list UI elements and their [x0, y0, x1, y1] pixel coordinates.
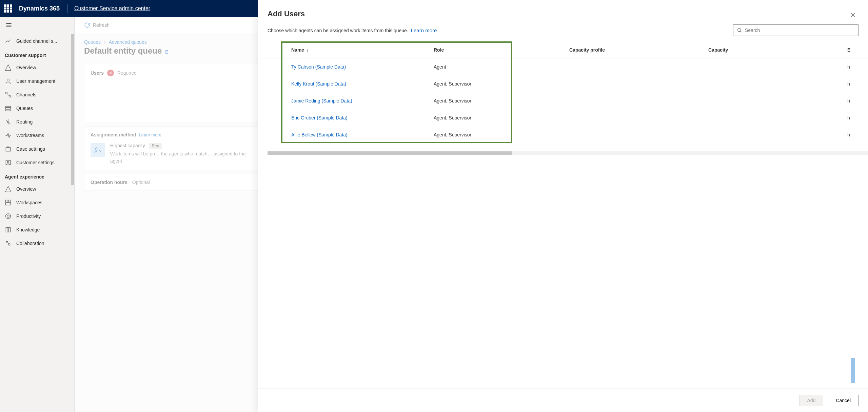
row-name[interactable]: Kelly Krout (Sample Data): [291, 81, 434, 87]
left-nav: Guided channel s... Customer support Ove…: [0, 17, 75, 412]
col-extra[interactable]: E: [847, 47, 868, 53]
sidebar-item-label: Productivity: [16, 213, 41, 219]
collaboration-icon: [5, 240, 12, 247]
sidebar-item-label: Overview: [16, 186, 36, 192]
assignment-option-icon: [91, 143, 105, 157]
sidebar-item-case-settings[interactable]: Case settings: [0, 142, 74, 156]
table-row[interactable]: Kelly Krout (Sample Data)Agent, Supervis…: [258, 75, 868, 92]
sidebar-item-label: Customer settings: [16, 160, 55, 165]
app-launcher-icon[interactable]: [4, 4, 12, 13]
svg-point-31: [738, 29, 741, 32]
row-extra: h: [847, 132, 868, 137]
sort-down-icon: ↓: [306, 48, 308, 53]
knowledge-icon: [5, 226, 12, 233]
close-icon[interactable]: [848, 10, 859, 20]
table-row[interactable]: Allie Bellew (Sample Data)Agent, Supervi…: [258, 126, 868, 143]
sidebar-item-customer-settings[interactable]: Customer settings: [0, 156, 74, 169]
sidebar-item-queues[interactable]: Queues: [0, 101, 74, 115]
sidebar-item-guided[interactable]: Guided channel s...: [0, 34, 74, 48]
sidebar-item-routing[interactable]: Routing: [0, 115, 74, 129]
svg-point-18: [7, 161, 9, 163]
operation-title: Operation hours: [91, 180, 127, 185]
svg-point-4: [7, 79, 9, 81]
sidebar-item-productivity[interactable]: Productivity: [0, 209, 74, 223]
hamburger-icon[interactable]: [0, 17, 74, 34]
search-icon: [737, 27, 742, 33]
edit-link[interactable]: E: [165, 49, 168, 55]
svg-rect-8: [6, 106, 11, 107]
assignment-title: Assignment method: [91, 132, 136, 137]
add-users-panel: Add Users Choose which agents can be ass…: [258, 0, 868, 412]
nav-scrollbar[interactable]: [71, 34, 74, 412]
required-icon: ✕: [107, 70, 114, 76]
search-field[interactable]: [733, 24, 859, 36]
nav-section-customer-support: Customer support: [0, 48, 74, 61]
row-name[interactable]: Allie Bellew (Sample Data): [291, 132, 434, 137]
sidebar-item-label: Guided channel s...: [16, 38, 57, 44]
col-capacity[interactable]: Capacity: [708, 47, 847, 53]
row-name[interactable]: Eric Gruber (Sample Data): [291, 115, 434, 120]
svg-marker-19: [5, 186, 11, 192]
sidebar-item-user-management[interactable]: User management: [0, 74, 74, 88]
sidebar-item-collaboration[interactable]: Collaboration: [0, 237, 74, 250]
divider: [67, 4, 67, 13]
scroll-indicator: [851, 358, 855, 383]
workstreams-icon: [5, 132, 12, 139]
row-role: Agent, Supervisor: [434, 132, 569, 137]
svg-rect-10: [6, 110, 11, 111]
sidebar-item-label: Workspaces: [16, 200, 42, 205]
svg-rect-21: [8, 200, 11, 203]
row-role: Agent: [434, 64, 569, 70]
table-row[interactable]: Jamie Reding (Sample Data)Agent, Supervi…: [258, 92, 868, 109]
page-title: Default entity queue: [84, 46, 162, 56]
svg-point-28: [95, 148, 98, 150]
sidebar-item-label: User management: [16, 78, 55, 84]
col-role[interactable]: Role: [434, 47, 569, 53]
panel-title: Add Users: [268, 10, 305, 18]
svg-point-23: [6, 214, 11, 219]
svg-marker-3: [5, 65, 11, 71]
sidebar-item-overview[interactable]: Overview: [0, 61, 74, 74]
refresh-label: Refresh: [93, 22, 110, 28]
customer-icon: [5, 159, 12, 166]
sidebar-item-channels[interactable]: Channels: [0, 88, 74, 101]
table-row[interactable]: Eric Gruber (Sample Data)Agent, Supervis…: [258, 109, 868, 126]
sidebar-item-knowledge[interactable]: Knowledge: [0, 223, 74, 237]
row-role: Agent, Supervisor: [434, 115, 569, 120]
workspaces-icon: [5, 199, 12, 206]
col-capacity-profile[interactable]: Capacity profile: [569, 47, 708, 53]
sidebar-item-workspaces[interactable]: Workspaces: [0, 196, 74, 209]
svg-point-11: [7, 121, 9, 123]
assignment-option-title: Highest capacity: [110, 143, 145, 148]
assignment-learn-more[interactable]: Learn more: [139, 132, 161, 137]
chart-icon: [5, 38, 12, 44]
panel-learn-more[interactable]: Learn more: [411, 27, 437, 33]
search-input[interactable]: [745, 27, 855, 33]
breadcrumb-advanced-queues[interactable]: Advanced queues: [109, 39, 147, 45]
refresh-button[interactable]: Refresh: [84, 22, 110, 28]
svg-line-15: [9, 123, 11, 124]
row-role: Agent, Supervisor: [434, 98, 569, 104]
row-extra: h: [847, 115, 868, 120]
row-name[interactable]: Jamie Reding (Sample Data): [291, 98, 434, 104]
panel-subtitle: Choose which agents can be assigned work…: [268, 28, 408, 33]
cancel-button[interactable]: Cancel: [828, 395, 859, 406]
row-name[interactable]: Ty Calrson (Sample Data): [291, 64, 434, 70]
breadcrumb-queues[interactable]: Queues: [84, 39, 101, 45]
case-icon: [5, 146, 12, 152]
sidebar-item-label: Case settings: [16, 146, 45, 152]
nav-section-agent-experience: Agent experience: [0, 169, 74, 182]
col-name[interactable]: Name↓: [291, 47, 434, 53]
routing-icon: [5, 118, 12, 125]
add-button[interactable]: Add: [799, 395, 823, 406]
sidebar-item-label: Workstreams: [16, 133, 44, 138]
table-row[interactable]: Ty Calrson (Sample Data)Agenth: [258, 58, 868, 75]
users-card-title: Users: [91, 70, 104, 76]
sidebar-item-overview-2[interactable]: Overview: [0, 182, 74, 196]
app-name-link[interactable]: Customer Service admin center: [74, 5, 150, 12]
horizontal-scrollbar[interactable]: [268, 151, 868, 155]
svg-line-14: [6, 119, 7, 121]
assignment-badge: Rea: [149, 143, 162, 149]
sidebar-item-workstreams[interactable]: Workstreams: [0, 129, 74, 142]
panel-footer: Add Cancel: [258, 388, 868, 412]
